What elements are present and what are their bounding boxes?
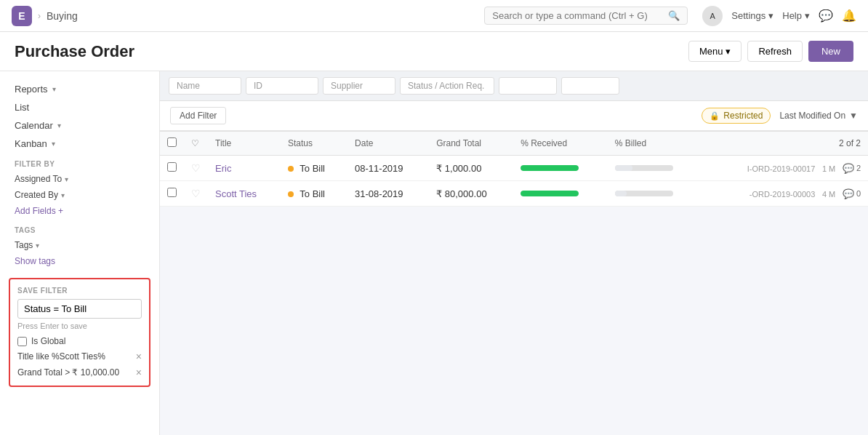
row-date-1: 31-08-2019 xyxy=(347,181,429,207)
page-actions: Menu ▾ Refresh New xyxy=(688,41,853,62)
search-bar[interactable]: 🔍 xyxy=(484,7,688,25)
data-table: ♡ Title Status Date Grand Total % Receiv… xyxy=(160,131,868,207)
header-billed[interactable]: % Billed xyxy=(608,132,702,156)
created-by-arrow: ▾ xyxy=(61,191,65,199)
breadcrumb-chevron: › xyxy=(38,11,41,21)
last-modified[interactable]: Last Modified On ▼ xyxy=(779,111,858,121)
header-fav-col: ♡ xyxy=(184,132,208,156)
sidebar-item-calendar[interactable]: Calendar ▾ xyxy=(0,116,159,135)
table-toolbar: Add Filter 🔒 Restricted Last Modified On… xyxy=(160,101,868,131)
select-all-checkbox[interactable] xyxy=(167,137,177,147)
status-dot-0 xyxy=(288,166,294,172)
list-label: List xyxy=(15,102,29,113)
reports-label: Reports xyxy=(15,84,48,95)
bell-icon[interactable]: 🔔 xyxy=(842,9,856,23)
heart-icon-1[interactable]: ♡ xyxy=(191,188,201,199)
received-bar-1 xyxy=(521,191,579,196)
comment-count-1: 0 xyxy=(856,189,861,198)
refresh-button[interactable]: Refresh xyxy=(747,41,803,62)
row-comments-0: 💬 2 xyxy=(843,163,861,174)
page-header: Purchase Order Menu ▾ Refresh New xyxy=(0,32,868,71)
chat-icon[interactable]: 💬 xyxy=(819,9,833,23)
created-by-filter[interactable]: Created By ▾ xyxy=(0,187,159,203)
tags-section-label: TAGS xyxy=(0,219,159,237)
save-filter-input[interactable] xyxy=(17,299,142,319)
add-fields-button[interactable]: Add Fields + xyxy=(0,203,159,219)
row-id-1: -ORD-2019-00003 xyxy=(750,190,816,199)
row-billed-1 xyxy=(608,181,702,207)
received-bar-0 xyxy=(521,165,579,171)
row-id-0: I-ORD-2019-00017 xyxy=(747,164,816,173)
filter-condition-1-remove[interactable]: × xyxy=(136,351,142,362)
row-title-1[interactable]: Scott Ties xyxy=(208,181,281,207)
header-status[interactable]: Status xyxy=(281,132,347,156)
filter-empty2[interactable] xyxy=(561,77,619,95)
header-date[interactable]: Date xyxy=(347,132,429,156)
tags-filter[interactable]: Tags ▾ xyxy=(0,237,159,253)
row-checkbox-0[interactable] xyxy=(160,156,184,181)
menu-button[interactable]: Menu ▾ xyxy=(688,41,742,62)
received-fill-1 xyxy=(521,191,579,196)
row-check-1[interactable] xyxy=(167,188,177,197)
filter-empty1[interactable] xyxy=(499,77,557,95)
filter-name[interactable]: Name xyxy=(169,77,241,95)
settings-button[interactable]: Settings ▾ xyxy=(731,10,773,21)
row-check-0[interactable] xyxy=(167,162,177,172)
row-fav-1[interactable]: ♡ xyxy=(184,181,208,207)
row-grand-total-0: ₹ 1,000.00 xyxy=(429,156,513,181)
row-title-0[interactable]: Eric xyxy=(208,156,281,181)
search-icon: 🔍 xyxy=(668,10,680,21)
comment-icon-0: 💬 xyxy=(843,163,854,174)
assigned-to-filter[interactable]: Assigned To ▾ xyxy=(0,171,159,187)
lock-icon: 🔒 xyxy=(710,111,720,121)
reports-arrow: ▾ xyxy=(52,85,56,93)
kanban-arrow: ▾ xyxy=(52,140,55,148)
header-result-count: 2 of 2 xyxy=(702,132,868,156)
filter-id[interactable]: ID xyxy=(246,77,318,95)
row-date-0: 08-11-2019 xyxy=(347,156,429,181)
last-modified-label: Last Modified On xyxy=(779,111,845,121)
sidebar-item-reports[interactable]: Reports ▾ xyxy=(0,80,159,98)
breadcrumb-section[interactable]: Buying xyxy=(47,10,78,22)
row-status-0: To Bill xyxy=(281,156,347,181)
save-filter-hint: Press Enter to save xyxy=(17,322,142,330)
table-row: ♡ Scott Ties To Bill 31-08-2019 ₹ 80,000… xyxy=(160,181,868,207)
filter-status-action[interactable]: Status / Action Req. xyxy=(400,77,494,95)
filter-condition-2-text: Grand Total > ₹ 10,000.00 xyxy=(17,367,119,378)
row-billed-0 xyxy=(608,156,702,181)
is-global-label: Is Global xyxy=(31,336,65,346)
is-global-check[interactable] xyxy=(17,337,27,346)
sidebar-item-list[interactable]: List xyxy=(0,98,159,116)
is-global-checkbox[interactable]: Is Global xyxy=(17,336,142,346)
billed-bar-1 xyxy=(615,191,673,196)
add-filter-button[interactable]: Add Filter xyxy=(170,107,226,124)
filter-by-label: FILTER BY xyxy=(0,153,159,171)
brand-logo: E xyxy=(12,6,32,26)
calendar-label: Calendar xyxy=(15,120,53,131)
status-label-0: To Bill xyxy=(300,163,325,174)
new-button[interactable]: New xyxy=(808,41,853,62)
restricted-badge: 🔒 Restricted xyxy=(702,108,771,124)
show-tags-button[interactable]: Show tags xyxy=(0,253,159,269)
tags-arrow: ▾ xyxy=(36,242,39,250)
header-title[interactable]: Title xyxy=(208,132,281,156)
heart-icon-0[interactable]: ♡ xyxy=(191,162,201,174)
filter-supplier[interactable]: Supplier xyxy=(323,77,395,95)
row-status-1: To Bill xyxy=(281,181,347,207)
header-received[interactable]: % Received xyxy=(513,132,608,156)
save-filter-label: SAVE FILTER xyxy=(17,287,142,295)
filter-condition-2-remove[interactable]: × xyxy=(136,367,142,378)
content-area: Name ID Supplier Status / Action Req. Ad… xyxy=(160,71,868,435)
sidebar-item-kanban[interactable]: Kanban ▾ xyxy=(0,135,159,153)
comment-count-0: 2 xyxy=(856,164,861,172)
row-checkbox-1[interactable] xyxy=(160,181,184,207)
row-time-1: 4 M xyxy=(822,190,835,199)
help-button[interactable]: Help ▾ xyxy=(782,10,810,21)
page-title: Purchase Order xyxy=(15,42,134,61)
search-input[interactable] xyxy=(492,10,664,21)
header-grand-total[interactable]: Grand Total xyxy=(429,132,513,156)
assigned-to-arrow: ▾ xyxy=(65,175,68,183)
header-checkbox-col[interactable] xyxy=(160,132,184,156)
kanban-label: Kanban xyxy=(15,138,47,149)
row-fav-0[interactable]: ♡ xyxy=(184,156,208,181)
